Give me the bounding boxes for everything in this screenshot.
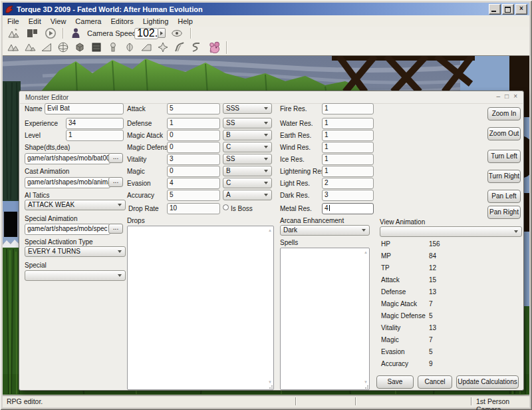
magic-attack-input[interactable]: 0 bbox=[167, 130, 220, 141]
special-animation-input[interactable]: game/art/shapes/mob/spec bbox=[25, 224, 110, 235]
stat-tp-value: 12 bbox=[429, 264, 436, 272]
status-message: RPG editor. bbox=[7, 397, 43, 405]
cancel-button[interactable]: Cancel bbox=[418, 375, 452, 389]
ai-tactics-select[interactable]: ATTACK WEAK bbox=[25, 200, 126, 210]
terrain-globe-icon[interactable] bbox=[57, 41, 70, 53]
metal-res-input[interactable]: 4 bbox=[322, 203, 374, 214]
attack-grade-select[interactable]: SSS bbox=[223, 103, 272, 114]
drop-rate-input[interactable]: 10 bbox=[167, 203, 220, 214]
arcana-enhancement-select[interactable]: Dark bbox=[280, 225, 370, 236]
magic-grade-select[interactable]: B bbox=[223, 166, 272, 176]
magic-attack-label: Magic Atack bbox=[127, 132, 163, 139]
zoom-out-button[interactable]: Zoom Out bbox=[487, 127, 521, 140]
menu-lighting[interactable]: Lighting bbox=[138, 17, 174, 26]
menu-file[interactable]: File bbox=[3, 17, 24, 26]
stat-magic-label: Magic bbox=[381, 336, 399, 343]
gui-editor-icon[interactable] bbox=[25, 27, 39, 39]
terrain-raise-icon[interactable] bbox=[7, 41, 20, 53]
water-res-input[interactable]: 1 bbox=[322, 118, 374, 129]
ice-res-input[interactable]: 1 bbox=[322, 154, 374, 165]
camera-speed-dropdown-button[interactable] bbox=[158, 28, 166, 38]
is-boss-radio[interactable] bbox=[223, 204, 229, 210]
update-calculations-button[interactable]: Update Calculations bbox=[456, 375, 519, 389]
accuracy-grade-select[interactable]: A bbox=[223, 190, 272, 200]
path-icon[interactable] bbox=[190, 41, 203, 53]
dark-res-input[interactable]: 3 bbox=[322, 190, 374, 201]
pan-right-button[interactable]: Pan Right bbox=[487, 206, 521, 219]
vitality-input[interactable]: 3 bbox=[167, 154, 220, 165]
special-animation-browse-button[interactable]: ... bbox=[108, 224, 123, 234]
ramp-icon[interactable] bbox=[140, 41, 153, 53]
stamp-icon[interactable] bbox=[106, 41, 120, 53]
play-icon[interactable] bbox=[44, 27, 57, 39]
zoom-in-button[interactable]: Zoom In bbox=[487, 107, 521, 120]
wind-res-input[interactable]: 1 bbox=[322, 142, 374, 153]
magic-input[interactable]: 0 bbox=[167, 166, 220, 177]
minimize-button[interactable] bbox=[489, 4, 501, 15]
scroll-down-icon[interactable]: ▼ bbox=[364, 380, 368, 384]
magic-attack-grade-select[interactable]: B bbox=[223, 130, 272, 140]
turn-right-button[interactable]: Turn Right bbox=[487, 170, 521, 183]
light-res-input[interactable]: 2 bbox=[322, 178, 374, 189]
pan-left-button[interactable]: Pan Left bbox=[487, 190, 521, 203]
river-icon[interactable] bbox=[173, 41, 186, 53]
view-animation-select[interactable] bbox=[380, 226, 522, 237]
terrain-cube-icon[interactable] bbox=[73, 41, 86, 53]
terrain-mountain-icon[interactable] bbox=[23, 41, 37, 53]
turn-left-button[interactable]: Turn Left bbox=[487, 150, 521, 163]
magic-defense-grade-select[interactable]: C bbox=[223, 142, 272, 152]
magic-defense-input[interactable]: 0 bbox=[167, 142, 220, 153]
world-editor-icon[interactable] bbox=[7, 27, 20, 39]
toolbar-separator bbox=[63, 28, 63, 39]
defense-input[interactable]: 1 bbox=[167, 118, 220, 129]
defense-grade-select[interactable]: SS bbox=[223, 118, 272, 128]
evasion-grade-select[interactable]: C bbox=[223, 178, 272, 188]
menu-edit[interactable]: Edit bbox=[24, 17, 46, 26]
vitality-grade-select[interactable]: SS bbox=[223, 154, 272, 164]
wind-res-label: Wind Res. bbox=[280, 144, 311, 151]
status-divider bbox=[355, 397, 356, 405]
menu-camera[interactable]: Camera bbox=[70, 17, 106, 26]
decal-icon[interactable] bbox=[156, 41, 170, 53]
scroll-up-icon[interactable]: ▲ bbox=[364, 250, 368, 254]
shape-browse-button[interactable]: ... bbox=[108, 153, 123, 163]
dialog-minimize-icon[interactable]: – bbox=[497, 93, 501, 100]
terrain-paint-icon[interactable] bbox=[90, 41, 103, 53]
special-activation-type-select[interactable]: EVERY 4 TURNS bbox=[25, 246, 126, 257]
fire-res-input[interactable]: 1 bbox=[322, 103, 374, 114]
menu-view[interactable]: View bbox=[46, 17, 71, 26]
drops-listbox[interactable]: ▲ ▼ bbox=[127, 226, 274, 390]
save-button[interactable]: Save bbox=[376, 375, 414, 389]
level-input[interactable]: 1 bbox=[66, 130, 124, 141]
dialog-maximize-icon[interactable]: □ bbox=[505, 93, 509, 100]
accuracy-input[interactable]: 5 bbox=[167, 190, 220, 201]
scroll-up-icon[interactable]: ▲ bbox=[268, 228, 272, 232]
menu-editors[interactable]: Editors bbox=[106, 17, 138, 26]
shape-path-input[interactable]: game/art/shapes/mob/bat001 bbox=[25, 153, 110, 164]
foliage-icon[interactable] bbox=[123, 41, 136, 53]
lightning-res-input[interactable]: 1 bbox=[322, 166, 374, 177]
attack-input[interactable]: 5 bbox=[167, 103, 220, 114]
menu-help[interactable]: Help bbox=[173, 17, 198, 26]
resize-grip-icon[interactable] bbox=[269, 385, 273, 389]
spells-listbox[interactable]: ▲ ▼ bbox=[280, 248, 370, 390]
special-select[interactable] bbox=[25, 270, 126, 281]
experience-input[interactable]: 34 bbox=[66, 118, 124, 129]
dialog-close-icon[interactable]: × bbox=[513, 93, 517, 100]
cast-animation-input[interactable]: game/art/shapes/mob/animat bbox=[25, 177, 110, 188]
terrain-slope-icon[interactable] bbox=[40, 41, 53, 53]
maximize-button[interactable] bbox=[502, 4, 514, 15]
visibility-icon[interactable] bbox=[170, 27, 184, 39]
monster-sprite-icon[interactable] bbox=[207, 41, 221, 53]
cast-animation-browse-button[interactable]: ... bbox=[108, 177, 123, 187]
earth-res-input[interactable]: 1 bbox=[322, 130, 374, 141]
camera-speed-input[interactable]: 102.5 bbox=[134, 28, 158, 39]
close-button[interactable]: × bbox=[515, 4, 527, 15]
dark-res-label: Dark Res. bbox=[280, 192, 309, 199]
evasion-input[interactable]: 4 bbox=[167, 178, 220, 189]
name-input[interactable]: Evil Bat bbox=[45, 103, 124, 114]
resize-grip-icon[interactable] bbox=[364, 385, 368, 389]
player-icon[interactable] bbox=[69, 27, 82, 39]
stat-magic-attack-label: Magic Atack bbox=[381, 300, 417, 308]
scroll-down-icon[interactable]: ▼ bbox=[268, 380, 272, 384]
